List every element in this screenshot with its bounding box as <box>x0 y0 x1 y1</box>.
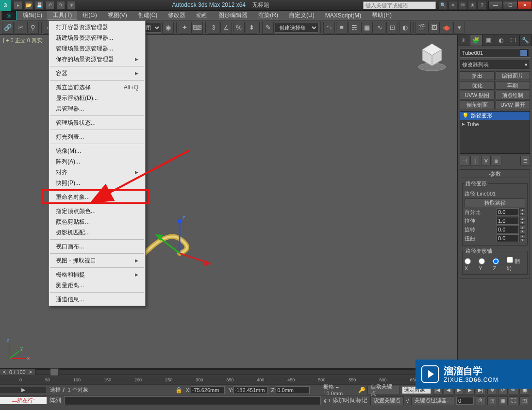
menu-10[interactable]: MAXScript(M) <box>320 11 367 20</box>
bind-icon[interactable]: ⚲ <box>27 22 39 33</box>
menu-item-0[interactable]: 打开容器资源管理器 <box>49 22 145 33</box>
schematic-icon[interactable]: ⊡ <box>386 22 398 33</box>
close-button[interactable]: ✕ <box>517 1 532 10</box>
menu-item-3[interactable]: 保存的场景资源管理器▶ <box>49 54 145 65</box>
keyfilter-button[interactable]: 关键点过滤器... <box>411 396 454 405</box>
spinner-snap-icon[interactable]: ⬍ <box>246 22 257 33</box>
search-icon[interactable]: 🔍 <box>439 1 448 10</box>
time-config-icon[interactable]: ⏱ <box>476 396 485 405</box>
render-setup-icon[interactable]: 🎬 <box>416 22 427 33</box>
maxscript-listener-input[interactable] <box>64 396 321 405</box>
menu-8[interactable]: 渲染(R) <box>253 11 283 20</box>
menu-1[interactable]: 工具(T) <box>48 11 77 20</box>
tab-utilities-icon[interactable]: 🔧 <box>520 35 532 46</box>
curve-editor-icon[interactable]: ∿ <box>374 22 385 33</box>
rollout-params-title[interactable]: - 参数 <box>460 169 530 178</box>
flip-checkbox[interactable]: 翻转 <box>507 257 525 272</box>
twist-spinner[interactable]: ▲▼ <box>497 234 525 242</box>
pivot-icon[interactable]: ◉ <box>162 22 174 33</box>
axis-y-radio[interactable]: Y <box>479 258 490 271</box>
modifier-list-combo[interactable]: 修改器列表▾ <box>460 60 530 69</box>
menu-item-24[interactable]: 摄影机匹配... <box>49 227 145 238</box>
menu-item-28[interactable]: 视图 - 抓取视口▶ <box>49 255 145 266</box>
exchange-icon[interactable]: ✉ <box>458 1 467 10</box>
percent-snap-icon[interactable]: % <box>233 22 245 33</box>
remove-mod-icon[interactable]: 🗑 <box>492 156 501 165</box>
pick-path-button[interactable]: 拾取路径 <box>465 198 525 207</box>
menu-2[interactable]: 组(G) <box>77 11 102 20</box>
menu-item-11[interactable]: 管理场景状态... <box>49 117 145 128</box>
help-icon[interactable]: ? <box>478 1 486 10</box>
graphite-icon[interactable]: ▦ <box>361 22 373 33</box>
tab-create-icon[interactable]: ✳ <box>458 35 470 46</box>
lock-icon[interactable]: 🔒 <box>175 387 183 394</box>
zoom-extents-icon[interactable]: ⊡ <box>487 396 497 405</box>
axis-x-radio[interactable]: X <box>465 258 476 271</box>
mod-btn-4[interactable]: UVW 贴图 <box>460 91 495 99</box>
menu-item-2[interactable]: 管理场景资源管理器... <box>49 43 145 54</box>
angle-snap-icon[interactable]: ∠ <box>220 22 232 33</box>
app-menu-button[interactable]: ◎ <box>1 11 17 20</box>
mirror-icon[interactable]: ⇋ <box>323 22 335 33</box>
key-mode-icon[interactable]: √ <box>406 397 409 404</box>
add-time-tag[interactable]: 添加时间标记 <box>332 396 367 405</box>
configure-icon[interactable]: ☰ <box>520 156 530 165</box>
menu-item-33[interactable]: 通道信息... <box>49 294 145 305</box>
render-icon[interactable]: 🫖 <box>441 22 452 33</box>
menu-item-26[interactable]: 视口画布... <box>49 241 145 252</box>
y-input[interactable] <box>233 386 267 394</box>
snap-icon[interactable]: 3 <box>208 22 219 33</box>
menu-7[interactable]: 图形编辑器 <box>213 11 253 20</box>
mod-btn-1[interactable]: 编辑面片 <box>496 71 531 80</box>
unique-icon[interactable]: ∀ <box>481 156 491 165</box>
menu-11[interactable]: 帮助(H) <box>366 11 397 20</box>
tab-hierarchy-icon[interactable]: ▣ <box>482 35 495 46</box>
percent-spinner[interactable]: ▲▼ <box>497 208 525 216</box>
mod-btn-7[interactable]: UVW 展开 <box>496 100 531 109</box>
time-tag-icon[interactable]: 🏷 <box>324 397 330 404</box>
x-input[interactable] <box>191 386 225 394</box>
menu-item-1[interactable]: 新建场景资源管理器... <box>49 33 145 43</box>
select-manip-icon[interactable]: ✦ <box>179 22 190 33</box>
bulb-icon[interactable]: 💡 <box>462 113 469 119</box>
stack-item-0[interactable]: 💡路径变形 <box>460 112 530 120</box>
current-frame-input[interactable] <box>456 397 474 405</box>
layers-icon[interactable]: ☴ <box>349 22 360 33</box>
rotate-spinner[interactable]: ▲▼ <box>497 226 525 233</box>
qat-new-icon[interactable]: ▸ <box>14 1 22 10</box>
object-name-field[interactable]: Tube001 <box>460 48 530 58</box>
show-end-icon[interactable]: ∥ <box>470 156 480 165</box>
menu-item-31[interactable]: 测量距离... <box>49 280 145 291</box>
axis-z-radio[interactable]: Z <box>493 258 504 271</box>
menu-item-30[interactable]: 栅格和捕捉▶ <box>49 269 145 280</box>
tab-motion-icon[interactable]: ◐ <box>495 35 508 46</box>
menu-6[interactable]: 动画 <box>191 11 213 20</box>
help-search-input[interactable] <box>363 1 436 9</box>
app-icon[interactable]: 3 <box>0 0 11 11</box>
mod-btn-0[interactable]: 挤出 <box>460 71 495 80</box>
modifier-stack[interactable]: 💡路径变形▸Tube <box>460 111 530 154</box>
align-icon[interactable]: ≡ <box>336 22 348 33</box>
link-icon[interactable]: 🔗 <box>2 22 14 33</box>
render-preset-icon[interactable]: ▾ <box>453 22 465 33</box>
stack-item-1[interactable]: ▸Tube <box>460 120 530 128</box>
subscription-icon[interactable]: ✶ <box>449 1 457 10</box>
region-zoom-icon[interactable]: ◰ <box>519 396 529 405</box>
render-frame-icon[interactable]: 🖼 <box>428 22 440 33</box>
mod-btn-3[interactable]: 车削 <box>496 81 531 90</box>
menu-item-13[interactable]: 灯光列表... <box>49 131 145 142</box>
named-selection-set[interactable]: 创建选择集 <box>275 23 318 33</box>
qat-save-icon[interactable]: 💾 <box>35 1 44 10</box>
maximize-button[interactable]: ☐ <box>503 1 517 10</box>
max-toggle-icon[interactable]: ⛶ <box>509 396 518 405</box>
menu-item-9[interactable]: 层管理器... <box>49 103 145 114</box>
mod-btn-6[interactable]: 倒角剖面 <box>460 100 495 109</box>
minimize-button[interactable]: — <box>488 1 503 10</box>
pin-stack-icon[interactable]: ⊣ <box>460 156 469 165</box>
viewcube[interactable] <box>416 40 449 73</box>
menu-3[interactable]: 视图(V) <box>102 11 133 20</box>
favorite-icon[interactable]: ★ <box>468 1 477 10</box>
qat-redo-icon[interactable]: ↷ <box>56 1 65 10</box>
menu-item-8[interactable]: 显示浮动框(D)... <box>49 93 145 103</box>
zoom-all-icon[interactable]: ▦ <box>498 396 508 405</box>
